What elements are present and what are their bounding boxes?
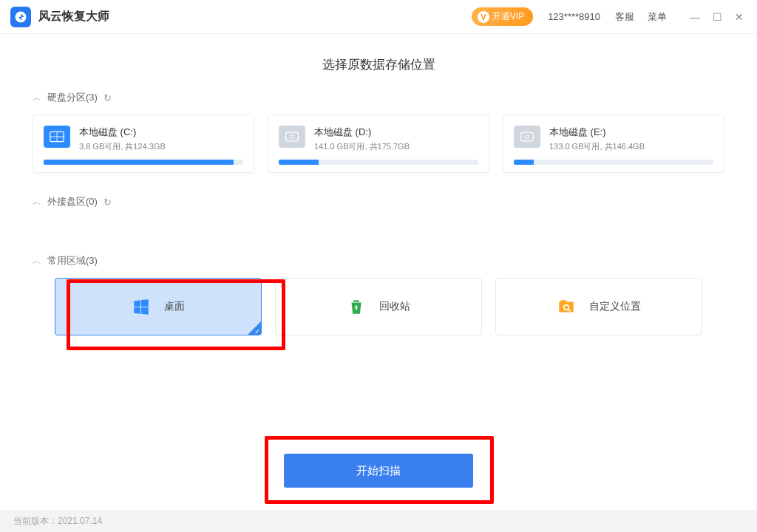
page-title: 选择原数据存储位置 [33,56,724,73]
disk-progress [279,160,478,165]
area-desktop[interactable]: 桌面 ✓ [55,278,262,335]
chevron-up-icon: ︿ [33,196,41,208]
svg-rect-5 [521,132,534,141]
disk-name: 本地磁盘 (E:) [549,126,645,139]
section-external-header[interactable]: ︿ 外接盘区(0) ↻ [33,195,724,208]
minimize-button[interactable]: — [688,11,702,23]
titlebar: 风云恢复大师 V 开通VIP 123****8910 客服 菜单 — ☐ ✕ [0,0,757,34]
chevron-up-icon: ︿ [33,255,41,267]
recycle-icon [347,297,366,316]
disk-card-e[interactable]: 本地磁盘 (E:) 133.0 GB可用, 共146.4GB [503,115,724,173]
refresh-icon[interactable]: ↻ [103,92,112,103]
vip-label: 开通VIP [492,10,524,23]
user-id: 123****8910 [548,11,600,22]
disk-icon [279,126,305,148]
vip-button[interactable]: V 开通VIP [472,7,533,26]
area-recycle[interactable]: 回收站 [275,278,482,335]
vip-check-icon: V [478,11,489,23]
footer: 当前版本：2021.07.14 [0,510,757,532]
section-common-label: 常用区域(3) [47,254,98,267]
disk-progress [44,160,243,165]
windows-icon [132,297,151,316]
main-content: 选择原数据存储位置 ︿ 硬盘分区(3) ↻ 本地磁盘 (C:) 3.8 GB可用… [0,34,757,335]
disk-row: 本地磁盘 (C:) 3.8 GB可用, 共124.3GB 本地磁盘 (D:) 1… [33,115,724,173]
section-common-header[interactable]: ︿ 常用区域(3) [33,254,724,267]
disk-info: 133.0 GB可用, 共146.4GB [549,141,645,152]
section-disks-header[interactable]: ︿ 硬盘分区(3) ↻ [33,91,724,104]
app-title: 风云恢复大师 [38,9,109,24]
section-external-label: 外接盘区(0) [47,195,98,208]
svg-rect-3 [286,132,299,141]
disk-info: 141.0 GB可用, 共175.7GB [314,141,410,152]
area-label: 桌面 [164,300,185,313]
checkmark-icon: ✓ [254,327,260,335]
app-logo-icon [10,7,31,27]
version-label: 当前版本：2021.07.14 [13,515,102,528]
maximize-button[interactable]: ☐ [710,11,724,23]
disk-info: 3.8 GB可用, 共124.3GB [79,141,166,152]
disk-progress [514,160,713,165]
close-button[interactable]: ✕ [732,11,747,23]
area-label: 自定义位置 [589,300,641,313]
area-label: 回收站 [379,300,410,313]
disk-name: 本地磁盘 (C:) [79,126,166,139]
scan-button[interactable]: 开始扫描 [284,454,473,488]
refresh-icon[interactable]: ↻ [103,197,112,208]
area-custom[interactable]: 自定义位置 [495,278,702,335]
menu-button[interactable]: 菜单 [648,10,667,24]
support-button[interactable]: 客服 [615,10,634,24]
svg-point-6 [526,135,529,139]
disk-name: 本地磁盘 (D:) [314,126,410,139]
disk-icon [44,126,70,148]
disk-icon [514,126,540,148]
section-disks-label: 硬盘分区(3) [47,91,98,104]
area-row: 桌面 ✓ 回收站 自定义位置 [33,278,724,335]
svg-point-4 [291,135,294,139]
folder-search-icon [557,297,576,316]
disk-card-d[interactable]: 本地磁盘 (D:) 141.0 GB可用, 共175.7GB [268,115,489,173]
disk-card-c[interactable]: 本地磁盘 (C:) 3.8 GB可用, 共124.3GB [33,115,254,173]
chevron-up-icon: ︿ [33,92,41,104]
